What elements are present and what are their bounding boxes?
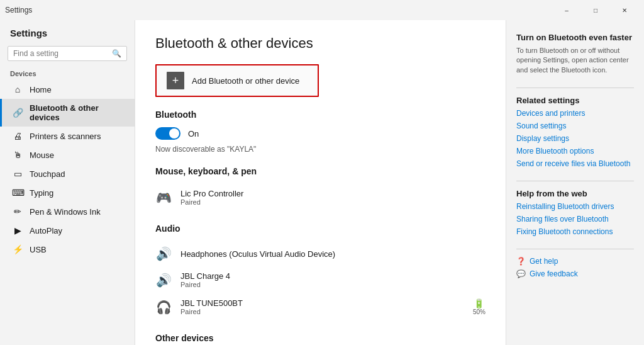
sidebar-nav: ⌂ Home 🔗 Bluetooth & other devices 🖨 Pri… [0,80,135,259]
sidebar-item-mouse[interactable]: 🖱 Mouse [0,145,135,164]
usb-icon: ⚡ [12,244,23,254]
device-info: JBL TUNE500BT Paired [180,298,464,315]
search-input[interactable] [13,49,112,58]
give-feedback-link[interactable]: 💬 Give feedback [516,269,634,278]
device-name: JBL Charge 4 [180,271,486,281]
get-help-label: Get help [530,257,558,266]
mouse-section-title: Mouse, keyboard, & pen [155,166,486,176]
battery-level: 50% [473,308,486,315]
device-name: Headphones (Oculus Virtual Audio Device) [180,249,486,259]
speaker-icon: 🔊 [155,246,172,261]
device-info: JBL Charge 4 Paired [180,271,486,288]
get-help-link[interactable]: ❓ Get help [516,257,634,266]
sidebar-section-label: Devices [0,66,135,80]
battery-icon: 🔋 [474,298,484,308]
device-status: Paired [180,281,486,288]
audio-section-title: Audio [155,223,486,234]
device-name: Lic Pro Controller [180,189,486,198]
device-name: JBL TUNE500BT [180,298,464,308]
tip-desc: To turn Bluetooth on or off without open… [516,46,634,75]
related-title: Related settings [516,96,634,105]
sidebar-item-label: USB [30,245,47,254]
audio-section: Audio 🔊 Headphones (Oculus Virtual Audio… [155,223,486,320]
printers-icon: 🖨 [12,131,23,141]
device-info: Headphones (Oculus Virtual Audio Device) [180,249,486,259]
bluetooth-icon: 🔗 [12,108,23,118]
typing-icon: ⌨ [12,188,23,198]
app-title: Settings [5,6,32,14]
add-device-button[interactable]: + Add Bluetooth or other device [155,64,319,97]
give-feedback-label: Give feedback [530,269,578,278]
sidebar-item-label: Touchpad [30,169,65,179]
mouse-section: Mouse, keyboard, & pen 🎮 Lic Pro Control… [155,166,486,211]
help-icon: ❓ [516,257,526,266]
home-icon: ⌂ [12,84,23,94]
sidebar-item-label: Mouse [30,150,54,160]
add-icon: + [167,72,184,89]
sidebar-item-label: AutoPlay [30,226,62,235]
sidebar-item-label: Bluetooth & other devices [30,103,125,122]
sidebar-item-home[interactable]: ⌂ Home [0,80,135,99]
window-controls: – □ ✕ [552,0,639,20]
add-device-label: Add Bluetooth or other device [192,76,299,86]
sidebar-item-typing[interactable]: ⌨ Typing [0,183,135,202]
bluetooth-toggle-label: On [188,129,199,139]
link-fixing-connections[interactable]: Fixing Bluetooth connections [516,227,634,236]
sidebar-item-bluetooth[interactable]: 🔗 Bluetooth & other devices [0,99,135,127]
page-title: Bluetooth & other devices [155,35,486,52]
speaker-icon: 🔊 [155,273,172,288]
maximize-button[interactable]: □ [581,0,610,20]
list-item: 🎧 JBL TUNE500BT Paired 🔋 50% [155,293,486,320]
sidebar-item-usb[interactable]: ⚡ USB [0,240,135,259]
touchpad-icon: ▭ [12,169,23,179]
divider [516,88,634,88]
link-sound-settings[interactable]: Sound settings [516,122,634,130]
headphones-icon: 🎧 [155,300,172,315]
device-status: Paired [180,308,464,315]
search-box[interactable]: 🔍 [8,46,127,61]
list-item: 🔊 Headphones (Oculus Virtual Audio Devic… [155,241,486,266]
bluetooth-toggle-row: On [155,127,486,140]
list-item: 🎮 Lic Pro Controller Paired [155,184,486,211]
sidebar-header: Settings [0,23,135,43]
sidebar-item-touchpad[interactable]: ▭ Touchpad [0,164,135,183]
web-help-title: Help from the web [516,189,634,198]
feedback-icon: 💬 [516,269,526,278]
sidebar-item-label: Printers & scanners [30,132,101,141]
sidebar-item-pen[interactable]: ✏ Pen & Windows Ink [0,202,135,221]
autoplay-icon: ▶ [12,225,23,235]
sidebar-item-label: Pen & Windows Ink [30,207,101,217]
device-status: Paired [180,198,486,206]
divider [516,181,634,181]
bluetooth-section-title: Bluetooth [155,110,486,120]
right-panel: Turn on Bluetooth even faster To turn Bl… [506,20,644,345]
link-reinstalling-drivers[interactable]: Reinstalling Bluetooth drivers [516,202,634,211]
sidebar-item-label: Home [30,85,52,94]
sidebar: Settings 🔍 Devices ⌂ Home 🔗 Bluetooth & … [0,20,135,345]
divider [516,249,634,249]
mouse-icon: 🖱 [12,150,23,160]
bluetooth-section: Bluetooth On Now discoverable as "KAYLA" [155,110,486,154]
list-item: 🔊 JBL Charge 4 Paired [155,266,486,293]
sidebar-item-autoplay[interactable]: ▶ AutoPlay [0,221,135,240]
app-body: Settings 🔍 Devices ⌂ Home 🔗 Bluetooth & … [0,20,644,345]
link-display-settings[interactable]: Display settings [516,134,634,143]
sidebar-item-label: Typing [30,188,53,198]
bluetooth-toggle[interactable] [155,127,180,140]
close-button[interactable]: ✕ [610,0,639,20]
link-more-bluetooth[interactable]: More Bluetooth options [516,147,634,156]
main-content: Bluetooth & other devices + Add Bluetoot… [135,20,506,345]
pen-icon: ✏ [12,206,23,217]
link-sharing-files[interactable]: Sharing files over Bluetooth [516,215,634,223]
title-bar: Settings – □ ✕ [0,0,644,20]
minimize-button[interactable]: – [552,0,581,20]
tip-section: Turn on Bluetooth even faster To turn Bl… [516,33,634,75]
tip-title: Turn on Bluetooth even faster [516,33,634,42]
sidebar-item-printers[interactable]: 🖨 Printers & scanners [0,127,135,145]
discoverable-text: Now discoverable as "KAYLA" [155,145,486,154]
related-section: Related settings Devices and printers So… [516,96,634,168]
link-devices-printers[interactable]: Devices and printers [516,109,634,118]
other-devices-section: Other devices 🖨 HPFFBFFB.hsd1.in.comcast… [155,333,486,345]
link-send-receive[interactable]: Send or receive files via Bluetooth [516,159,634,168]
search-icon: 🔍 [112,49,121,58]
